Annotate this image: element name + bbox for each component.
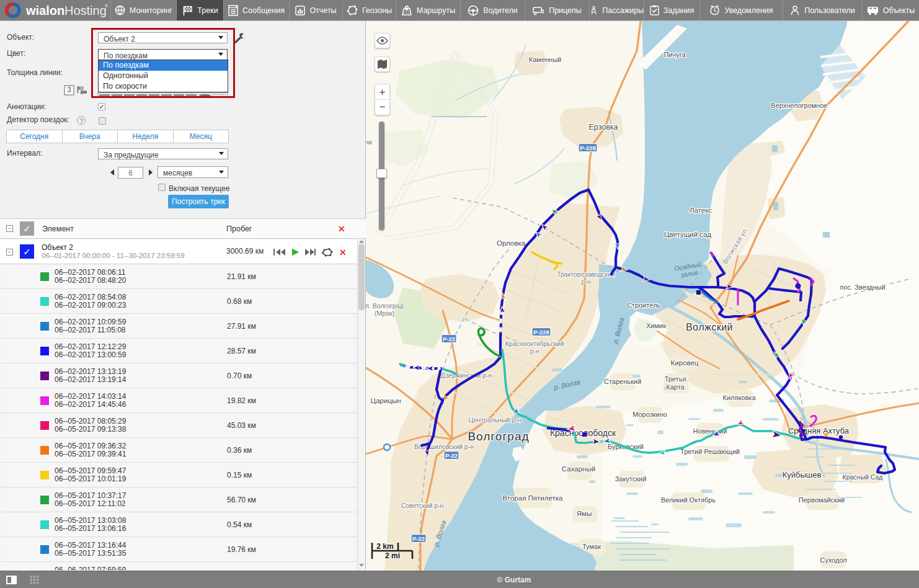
svg-text:п. Волгоград: п. Волгоград — [366, 302, 404, 310]
svg-text:Р-22: Р-22 — [443, 336, 455, 342]
svg-text:Первомайский: Первомайский — [799, 496, 845, 504]
svg-text:Сахарный: Сахарный — [562, 465, 595, 473]
svg-text:2 mi: 2 mi — [385, 551, 400, 560]
svg-text:р-н: р-н — [581, 278, 590, 285]
svg-text:Цветущий сад: Цветущий сад — [664, 231, 711, 238]
svg-text:Центральный р-н: Центральный р-н — [469, 416, 522, 424]
svg-text:Орловка: Орловка — [497, 239, 526, 247]
svg-text:Латекс: Латекс — [690, 207, 712, 214]
svg-text:Ерзовка: Ерзовка — [588, 123, 618, 131]
svg-text:Hosting: Hosting — [64, 4, 107, 17]
svg-text:Ямы: Ямы — [577, 510, 592, 517]
svg-text:Вторая Пятилетка: Вторая Пятилетка — [503, 494, 563, 502]
svg-text:Великий Октябрь: Великий Октябрь — [661, 496, 716, 504]
svg-text:Царицын: Царицын — [370, 397, 401, 404]
svg-text:(Мрак): (Мрак) — [375, 310, 394, 317]
svg-text:✕: ✕ — [339, 247, 347, 257]
svg-text:Верхнепогромное: Верхнепогромное — [771, 102, 827, 109]
svg-text:Р-228: Р-228 — [580, 145, 595, 151]
svg-text:2 km: 2 km — [376, 542, 393, 551]
svg-text:Третий Решающий: Третий Решающий — [680, 448, 740, 455]
svg-text:Р-228: Р-228 — [533, 329, 549, 336]
svg-text:Третья: Третья — [665, 375, 686, 383]
svg-text:Карта: Карта — [666, 383, 685, 391]
svg-text:Старенький: Старенький — [604, 378, 641, 385]
svg-text:пос. Звездный: пос. Звездный — [840, 283, 885, 291]
svg-text:Средняя Ахтуба: Средняя Ахтуба — [788, 426, 850, 435]
svg-text:Морозкино: Морозкино — [633, 411, 667, 418]
svg-text:Дзержинский р-н: Дзержинский р-н — [441, 372, 492, 379]
svg-text:Каменный: Каменный — [529, 56, 561, 63]
svg-text:wialon: wialon — [25, 4, 64, 17]
svg-text:Закутский: Закутский — [615, 475, 647, 483]
svg-text:®: ® — [105, 4, 109, 8]
svg-text:Советский р-н: Советский р-н — [401, 502, 444, 509]
svg-text:Красный Сад: Красный Сад — [843, 473, 883, 481]
svg-text:Волжский: Волжский — [686, 322, 733, 332]
svg-text:Кировец: Кировец — [671, 359, 699, 367]
svg-text:Краснооктябрьский: Краснооктябрьский — [505, 340, 564, 347]
svg-text:Р-22: Р-22 — [445, 452, 458, 459]
svg-text:р-н: р-н — [530, 347, 539, 355]
svg-text:Суходол: Суходол — [820, 556, 846, 564]
svg-text:Волгоград: Волгоград — [468, 430, 529, 443]
svg-text:Химик: Химик — [646, 322, 666, 329]
svg-text:Строитель: Строитель — [627, 301, 660, 309]
svg-text:Тракторозаводский: Тракторозаводский — [557, 270, 615, 278]
svg-text:ни: ни — [366, 138, 372, 146]
svg-text:Пичуга: Пичуга — [664, 51, 686, 58]
svg-text:Куйбышев: Куйбышев — [783, 470, 822, 479]
svg-text:Киляковка: Киляковка — [723, 394, 757, 401]
svg-text:Тумак: Тумак — [582, 543, 601, 550]
